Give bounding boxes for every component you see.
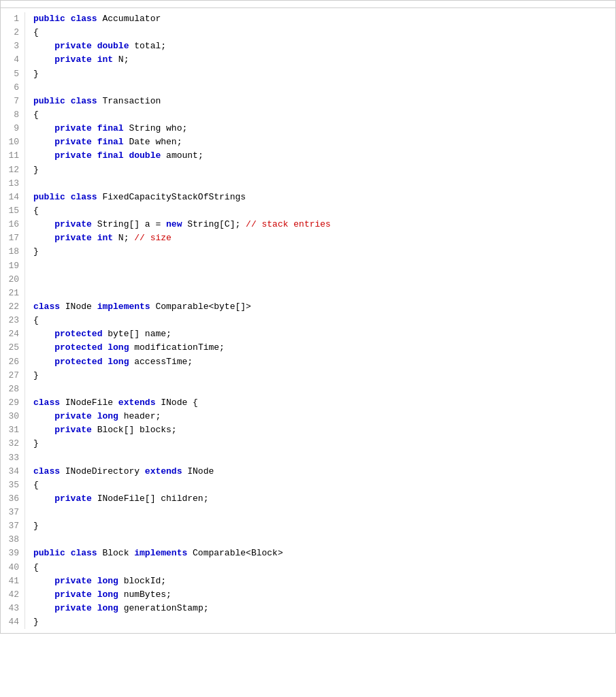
token [65,548,71,558]
line-numbers: 1234567891011121314151617181920212223242… [1,12,25,629]
token: Block[] blocks; [92,425,177,435]
line-number: 3 [3,39,19,53]
token: implements [97,302,150,312]
line-number: 37 [3,519,19,533]
code-line: public class Transaction [33,95,331,108]
code-line: class INode implements Comparable<byte[]… [33,300,331,314]
token: class [33,398,60,408]
token: public [33,548,65,558]
token: protected [54,329,102,339]
token: INode [60,302,97,312]
line-number: 27 [3,369,19,383]
token: accessTime; [129,357,193,367]
code-line: } [33,245,331,259]
token: numBytes; [118,589,172,600]
token: N; [113,233,134,243]
token: long [97,411,118,421]
token: int [97,54,113,65]
line-number: 18 [3,245,19,259]
token [33,123,54,133]
token: private [54,123,92,133]
token: } [33,69,39,79]
token [92,603,97,613]
token [92,41,97,51]
token: long [108,342,129,353]
token: double [97,41,129,51]
code-container: 1234567891011121314151617181920212223242… [0,0,616,634]
code-line: private int N; [33,53,331,67]
token: final [97,123,124,133]
token: { [33,27,39,37]
token: modificationTime; [129,342,224,353]
code-line: private final String who; [33,122,331,135]
line-number: 40 [3,561,19,574]
token: public [33,96,65,106]
token: } [33,370,39,380]
code-line: { [33,26,331,39]
token: private [54,589,92,600]
line-number: 30 [3,410,19,423]
token: } [33,165,39,175]
token: String[C]; [182,219,246,229]
token: extends [118,398,156,408]
token [92,150,97,161]
token [65,192,71,202]
token: protected [54,357,102,367]
token: Date when; [124,137,182,147]
line-number: 33 [3,451,19,465]
token: { [33,315,39,325]
line-number: 25 [3,341,19,355]
code-line [33,273,331,287]
token: // size [134,233,172,243]
line-number: 26 [3,355,19,369]
token [33,357,54,367]
code-line: } [33,67,331,81]
token: INode { [155,398,197,408]
token [33,411,54,421]
token: long [97,603,118,613]
token: } [33,521,39,531]
code-line: private long header; [33,410,331,423]
token [92,589,97,600]
line-number: 5 [3,67,19,81]
code-line: class INodeFile extends INode { [33,396,331,410]
token: FixedCapacityStackOfStrings [97,192,246,202]
token: public [33,192,65,202]
token: String who; [124,123,188,133]
token [33,425,54,435]
code-line: protected byte[] name; [33,327,331,341]
token: blockId; [118,576,166,586]
token: private [54,603,92,613]
token: amount; [161,150,203,161]
code-line [33,259,331,273]
line-number: 28 [3,383,19,396]
line-number: 24 [3,327,19,341]
token: class [71,192,97,202]
token [33,219,54,229]
token: { [33,110,39,120]
line-number: 39 [3,547,19,560]
token: total; [129,41,166,51]
code-line: } [33,163,331,177]
code-line: private long generationStamp; [33,602,331,615]
token: Accumulator [97,14,161,24]
token: { [33,562,39,572]
token [92,137,97,147]
line-number: 36 [3,492,19,506]
token: } [33,617,39,627]
token: new [166,219,182,229]
token [33,342,54,353]
line-number: 6 [3,81,19,95]
code-line: public class Block implements Comparable… [33,547,331,560]
code-line [33,451,331,465]
code-line: private int N; // size [33,231,331,245]
line-number: 43 [3,602,19,615]
listing-title [1,1,615,8]
token: private [54,493,92,504]
code-line: private Block[] blocks; [33,423,331,437]
code-line: private double total; [33,39,331,53]
token [33,54,54,65]
code-line: { [33,204,331,218]
token: INodeFile[] children; [92,493,209,504]
line-number: 19 [3,259,19,273]
